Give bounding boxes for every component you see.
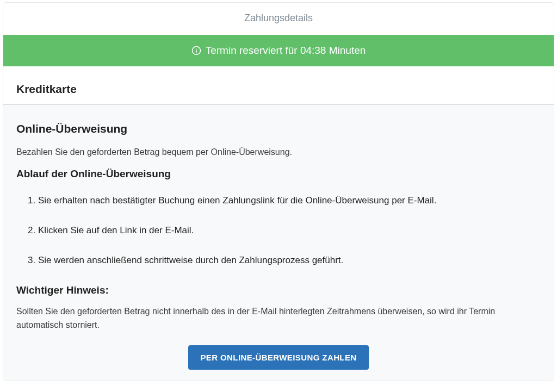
payment-details-card: Zahlungsdetails Termin reserviert für 04… xyxy=(3,2,554,381)
list-item: Klicken Sie auf den Link in der E-Mail. xyxy=(38,224,541,238)
payment-method-tabs: Kreditkarte xyxy=(3,83,554,105)
online-transfer-intro: Bezahlen Sie den geforderten Betrag bequ… xyxy=(16,146,541,158)
reservation-banner: Termin reserviert für 04:38 Minuten xyxy=(3,35,554,66)
online-transfer-panel: Online-Überweisung Bezahlen Sie den gefo… xyxy=(3,105,554,381)
page-title: Zahlungsdetails xyxy=(244,13,313,23)
info-icon xyxy=(191,46,201,55)
pay-online-transfer-button[interactable]: PER ONLINE-ÜBERWEISUNG ZAHLEN xyxy=(188,345,368,370)
svg-point-2 xyxy=(196,48,196,49)
list-item: Sie erhalten nach bestätigter Buchung ei… xyxy=(38,194,541,208)
list-item: Sie werden anschließend schrittweise dur… xyxy=(38,254,541,267)
page-title-bar: Zahlungsdetails xyxy=(3,3,554,35)
important-notice-heading: Wichtiger Hinweis: xyxy=(16,284,541,296)
process-heading: Ablauf der Online-Überweisung xyxy=(16,168,541,180)
reservation-text: Termin reserviert für 04:38 Minuten xyxy=(206,45,366,57)
tab-credit-card[interactable]: Kreditkarte xyxy=(16,83,77,95)
process-steps-list: Sie erhalten nach bestätigter Buchung ei… xyxy=(16,194,541,267)
spacer xyxy=(3,66,554,83)
important-notice-text: Sollten Sie den geforderten Betrag nicht… xyxy=(16,305,541,332)
online-transfer-heading: Online-Überweisung xyxy=(16,122,541,135)
